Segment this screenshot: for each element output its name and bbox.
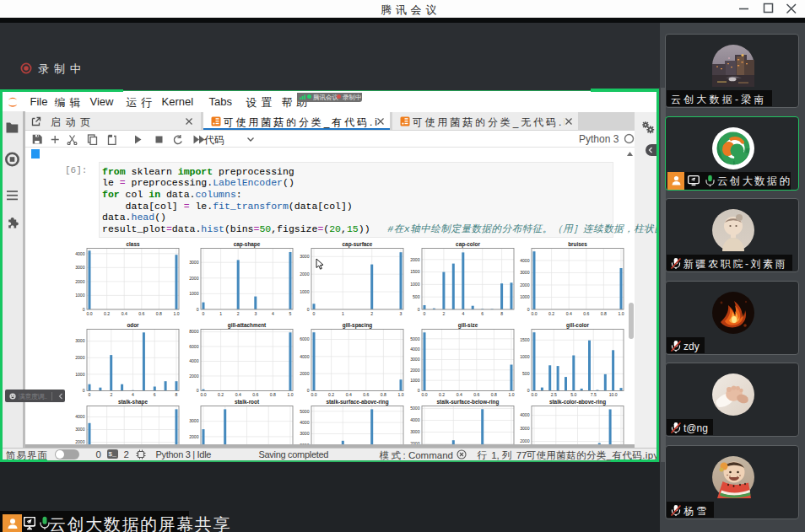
svg-text:8: 8 <box>500 311 503 316</box>
svg-text:1.0: 1.0 <box>287 392 293 397</box>
svg-text:3000: 3000 <box>520 426 529 431</box>
svg-text:4: 4 <box>132 392 134 397</box>
svg-text:2000: 2000 <box>189 276 198 281</box>
svg-text:0.6: 0.6 <box>583 311 589 316</box>
svg-text:1500: 1500 <box>520 337 529 342</box>
svg-text:2000: 2000 <box>300 271 309 277</box>
svg-text:1.0: 1.0 <box>397 392 403 397</box>
svg-text:4000: 4000 <box>520 258 529 263</box>
svg-text:odor: odor <box>127 322 139 328</box>
svg-text:gill-attachment: gill-attachment <box>228 322 267 329</box>
svg-text:stalk-root: stalk-root <box>235 399 260 405</box>
svg-text:1000: 1000 <box>75 293 84 298</box>
svg-text:0.0: 0.0 <box>311 392 316 397</box>
svg-text:stalk-surface-below-ring: stalk-surface-below-ring <box>437 399 500 406</box>
svg-text:6000: 6000 <box>189 344 198 349</box>
svg-text:3000: 3000 <box>75 338 84 343</box>
svg-text:0.2: 0.2 <box>218 392 224 397</box>
svg-text:0.2: 0.2 <box>328 392 334 397</box>
svg-text:0.2: 0.2 <box>548 311 554 316</box>
svg-text:gill-spacing: gill-spacing <box>343 322 373 329</box>
svg-text:5.0: 5.0 <box>570 392 576 397</box>
svg-text:0: 0 <box>313 311 316 316</box>
svg-text:0.8: 0.8 <box>156 311 162 316</box>
svg-text:2000: 2000 <box>520 282 529 287</box>
svg-text:0: 0 <box>424 311 426 316</box>
svg-text:10.0: 10.0 <box>609 392 618 397</box>
svg-text:0: 0 <box>197 388 199 393</box>
svg-text:1000: 1000 <box>189 291 198 296</box>
svg-text:2000: 2000 <box>410 368 419 373</box>
svg-text:0.8: 0.8 <box>270 392 276 397</box>
svg-text:0.8: 0.8 <box>601 311 607 316</box>
svg-text:2: 2 <box>237 311 240 316</box>
svg-text:0: 0 <box>527 388 530 393</box>
svg-text:1000: 1000 <box>520 354 529 359</box>
svg-text:4000: 4000 <box>410 347 419 352</box>
svg-text:0: 0 <box>307 388 310 393</box>
svg-text:0: 0 <box>83 307 85 312</box>
svg-text:cap-shape: cap-shape <box>234 241 261 248</box>
svg-text:6: 6 <box>481 311 484 316</box>
svg-text:4000: 4000 <box>300 420 309 425</box>
svg-text:stalk-shape: stalk-shape <box>118 399 149 406</box>
svg-text:5: 5 <box>289 311 292 316</box>
svg-text:bruises: bruises <box>568 241 587 247</box>
svg-text:3000: 3000 <box>410 429 419 434</box>
svg-text:gill-size: gill-size <box>458 322 478 329</box>
svg-text:8: 8 <box>176 392 178 397</box>
svg-text:0.0: 0.0 <box>531 311 537 316</box>
svg-text:0.0: 0.0 <box>531 392 537 397</box>
svg-text:0.4: 0.4 <box>122 311 127 316</box>
svg-text:2000: 2000 <box>189 434 198 439</box>
svg-text:0.2: 0.2 <box>439 392 445 397</box>
svg-text:0.2: 0.2 <box>104 311 110 316</box>
svg-text:2: 2 <box>110 392 112 397</box>
svg-text:0: 0 <box>197 307 199 312</box>
svg-text:1.0: 1.0 <box>618 311 624 316</box>
svg-text:0: 0 <box>89 392 91 397</box>
svg-text:3000: 3000 <box>75 265 84 270</box>
svg-text:0.8: 0.8 <box>491 392 497 397</box>
svg-text:0.6: 0.6 <box>473 392 479 397</box>
svg-text:0: 0 <box>527 307 530 312</box>
svg-text:1.0: 1.0 <box>508 392 514 397</box>
svg-text:2: 2 <box>442 311 445 316</box>
svg-text:1: 1 <box>342 311 344 316</box>
svg-text:0.4: 0.4 <box>457 392 462 397</box>
svg-text:0: 0 <box>307 307 310 312</box>
svg-text:3000: 3000 <box>75 427 84 432</box>
svg-text:4: 4 <box>462 311 464 316</box>
svg-text:1000: 1000 <box>75 372 84 377</box>
svg-text:stalk-surface-above-ring: stalk-surface-above-ring <box>326 399 388 406</box>
svg-text:1500: 1500 <box>410 269 419 274</box>
svg-text:0.0: 0.0 <box>421 392 427 397</box>
svg-text:3: 3 <box>254 311 257 316</box>
svg-text:3: 3 <box>400 311 402 316</box>
svg-text:1: 1 <box>219 311 222 316</box>
svg-text:0.6: 0.6 <box>138 311 144 316</box>
svg-text:2000: 2000 <box>520 438 529 443</box>
svg-text:1.0: 1.0 <box>173 311 179 316</box>
svg-text:0: 0 <box>83 388 85 393</box>
svg-text:0: 0 <box>418 307 420 312</box>
svg-text:500: 500 <box>522 371 530 376</box>
svg-text:5000: 5000 <box>410 406 419 411</box>
svg-text:0.4: 0.4 <box>235 392 241 397</box>
svg-text:3000: 3000 <box>520 270 529 275</box>
svg-text:0.0: 0.0 <box>86 311 92 316</box>
svg-text:0.4: 0.4 <box>346 392 352 397</box>
svg-text:3000: 3000 <box>300 254 309 259</box>
svg-text:5000: 5000 <box>410 336 419 341</box>
svg-text:0.6: 0.6 <box>252 392 258 397</box>
svg-text:3000: 3000 <box>410 357 419 362</box>
svg-text:5000: 5000 <box>300 409 309 414</box>
svg-text:0.8: 0.8 <box>381 392 386 397</box>
svg-text:7.5: 7.5 <box>591 392 597 397</box>
svg-text:2000: 2000 <box>75 279 84 284</box>
svg-text:6: 6 <box>154 392 156 397</box>
svg-text:4: 4 <box>272 311 274 316</box>
svg-text:0: 0 <box>203 311 205 316</box>
svg-text:0.0: 0.0 <box>200 392 206 397</box>
svg-text:2000: 2000 <box>300 371 309 376</box>
